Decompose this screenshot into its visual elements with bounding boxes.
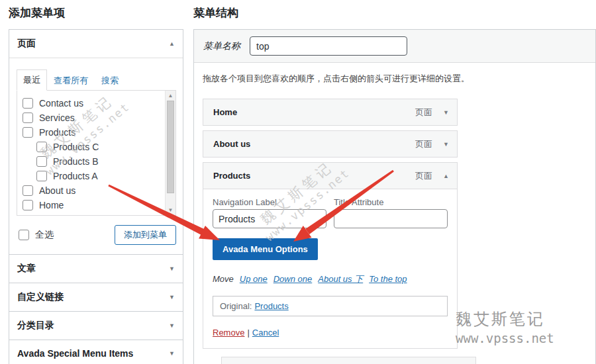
pages-button-controls: 全选 添加到菜单: [17, 225, 176, 245]
categories-accordion: 分类目录 ▼: [9, 311, 183, 340]
pages-accordion: 页面 ▲ 最近 查看所有 搜索 Contact us Services: [9, 29, 183, 255]
avada-menu-options-button[interactable]: Avada Menu Options: [213, 238, 318, 260]
posts-accordion: 文章 ▼: [9, 254, 183, 283]
checkbox-icon[interactable]: [23, 98, 33, 109]
pages-accordion-title: 页面: [17, 38, 36, 50]
scroll-up-icon[interactable]: ▲: [166, 93, 175, 99]
tab-recent[interactable]: 最近: [17, 69, 47, 91]
collapse-down-icon[interactable]: ▼: [169, 295, 175, 300]
checkbox-icon[interactable]: [36, 142, 47, 152]
cancel-link[interactable]: Cancel: [252, 328, 279, 338]
menu-item-about-us[interactable]: About us 页面 ▼: [203, 130, 458, 158]
move-up-one-link[interactable]: Up one: [240, 274, 268, 284]
remove-row: Remove|Cancel: [213, 328, 448, 338]
page-checkbox-item[interactable]: Products C: [19, 140, 175, 154]
menu-structure-column: 菜单结构 菜单名称 拖放各个项目到您喜欢的顺序，点击右侧的箭头可进行更详细的设置…: [193, 5, 596, 364]
collapse-down-icon[interactable]: ▼: [169, 266, 175, 272]
posts-accordion-header[interactable]: 文章 ▼: [9, 255, 183, 283]
page-checkbox-item[interactable]: Contact us: [19, 96, 175, 111]
pages-checklist: Contact us Services Products Products C …: [17, 90, 176, 216]
add-to-menu-button[interactable]: 添加到菜单: [115, 225, 176, 245]
scrollbar-thumb[interactable]: [167, 101, 174, 193]
select-all-label: 全选: [35, 229, 54, 241]
navigation-label-input[interactable]: [213, 209, 326, 228]
tab-view-all[interactable]: 查看所有: [47, 71, 95, 91]
original-products-link[interactable]: Products: [254, 301, 288, 311]
checkbox-icon[interactable]: [23, 113, 33, 123]
menu-name-input[interactable]: [250, 36, 407, 56]
select-all-control[interactable]: 全选: [19, 229, 54, 241]
pages-tabs: 最近 查看所有 搜索: [17, 69, 176, 91]
menu-item-home[interactable]: Home 页面 ▼: [203, 99, 458, 126]
menu-body: 拖放各个项目到您喜欢的顺序，点击右侧的箭头可进行更详细的设置。 Home 页面 …: [194, 63, 595, 364]
move-under-about-us-link[interactable]: About us 下: [318, 274, 363, 284]
menu-item-type: 页面: [415, 138, 432, 150]
pages-accordion-header[interactable]: 页面 ▲: [9, 30, 183, 58]
title-attribute-label: Title Attribute: [334, 197, 448, 207]
page-item-label: Contact us: [39, 98, 83, 109]
remove-link[interactable]: Remove: [213, 328, 244, 338]
navigation-label-label: Navigation Label: [213, 197, 326, 207]
pages-accordion-body: 最近 查看所有 搜索 Contact us Services Products: [9, 69, 183, 254]
add-menu-items-title: 添加菜单项: [9, 5, 183, 21]
page-item-label: Services: [39, 113, 75, 123]
original-box: Original:Products: [213, 296, 448, 316]
move-down-one-link[interactable]: Down one: [273, 274, 313, 284]
move-row: MoveUp oneDown oneAbout us 下To the top: [213, 273, 448, 285]
page-checkbox-item[interactable]: Products: [19, 125, 175, 140]
menu-item-products-a-sub[interactable]: Products Asub item 页面 ▼: [221, 357, 476, 364]
page-item-label: About us: [39, 185, 75, 196]
link-separator: |: [247, 328, 249, 338]
menu-name-label: 菜单名称: [203, 40, 240, 52]
page-checkbox-item[interactable]: Products B: [19, 154, 175, 169]
page-item-label: Products: [39, 127, 75, 138]
page-checkbox-item[interactable]: Home: [19, 198, 175, 212]
tab-search[interactable]: 搜索: [95, 71, 125, 91]
categories-accordion-title: 分类目录: [17, 320, 54, 332]
scroll-down-icon[interactable]: ▼: [166, 207, 175, 213]
menu-name-row: 菜单名称: [194, 30, 595, 63]
checkbox-icon[interactable]: [23, 185, 33, 196]
collapse-down-icon[interactable]: ▼: [169, 351, 175, 357]
move-label: Move: [213, 274, 234, 284]
avada-special-items-accordion-header[interactable]: Avada Special Menu Items ▼: [9, 340, 183, 364]
menu-item-products[interactable]: Products 页面 ▲: [203, 162, 458, 189]
checkbox-icon[interactable]: [36, 171, 47, 181]
checkbox-icon[interactable]: [23, 127, 33, 138]
page-item-label: Products B: [53, 156, 98, 167]
menu-item-type: 页面: [415, 107, 432, 118]
page-item-label: Products A: [53, 171, 98, 181]
page-checkbox-item[interactable]: Products A: [19, 169, 175, 183]
custom-links-accordion-title: 自定义链接: [17, 291, 64, 303]
custom-links-accordion: 自定义链接 ▼: [9, 283, 183, 312]
menu-edit-panel: 菜单名称 拖放各个项目到您喜欢的顺序，点击右侧的箭头可进行更详细的设置。 Hom…: [193, 29, 596, 364]
expand-arrow-icon[interactable]: ▼: [443, 141, 449, 148]
page-item-label: Products C: [53, 142, 99, 152]
custom-links-accordion-header[interactable]: 自定义链接 ▼: [9, 283, 183, 311]
page-checkbox-item[interactable]: About us: [19, 183, 175, 198]
page-item-label: Home: [39, 200, 64, 210]
title-attribute-input[interactable]: [334, 209, 448, 228]
menu-item-type: 页面: [415, 170, 432, 182]
expand-arrow-icon[interactable]: ▼: [443, 109, 449, 116]
checkbox-icon[interactable]: [23, 200, 33, 210]
products-item-settings: Navigation Label Title Attribute Avada M…: [203, 189, 458, 349]
scrollbar[interactable]: ▲ ▼: [165, 91, 175, 215]
menu-item-label: Home: [213, 107, 237, 117]
menu-structure-title: 菜单结构: [193, 5, 596, 21]
move-to-top-link[interactable]: To the top: [369, 274, 407, 284]
categories-accordion-header[interactable]: 分类目录 ▼: [9, 312, 183, 340]
posts-accordion-title: 文章: [17, 263, 36, 275]
collapse-down-icon[interactable]: ▼: [169, 323, 175, 329]
add-menu-items-column: 添加菜单项 页面 ▲ 最近 查看所有 搜索 Contact us Service…: [9, 5, 183, 364]
drag-instructions: 拖放各个项目到您喜欢的顺序，点击右侧的箭头可进行更详细的设置。: [203, 73, 587, 85]
checkbox-icon[interactable]: [36, 156, 47, 167]
collapse-arrow-icon[interactable]: ▲: [443, 173, 449, 179]
original-label: Original:: [220, 301, 252, 311]
page-checkbox-item[interactable]: Services: [19, 111, 175, 125]
select-all-checkbox[interactable]: [19, 230, 29, 240]
menu-item-label: About us: [213, 139, 250, 149]
collapse-up-icon[interactable]: ▲: [169, 41, 175, 47]
avada-special-items-accordion: Avada Special Menu Items ▼: [9, 340, 183, 364]
avada-special-items-accordion-title: Avada Special Menu Items: [17, 348, 133, 359]
